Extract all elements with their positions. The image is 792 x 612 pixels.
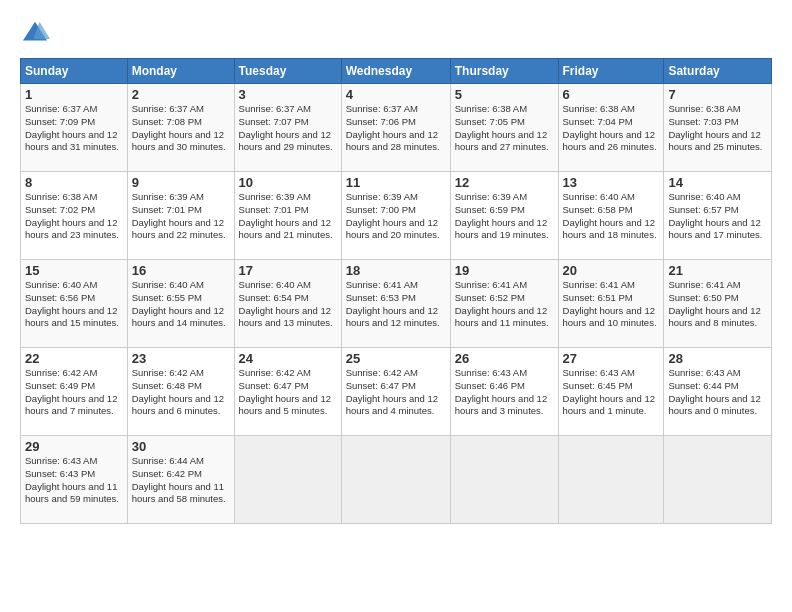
calendar-cell: 11Sunrise: 6:39 AMSunset: 7:00 PMDayligh…	[341, 172, 450, 260]
day-number: 16	[132, 263, 230, 278]
calendar-cell: 5Sunrise: 6:38 AMSunset: 7:05 PMDaylight…	[450, 84, 558, 172]
calendar-cell: 13Sunrise: 6:40 AMSunset: 6:58 PMDayligh…	[558, 172, 664, 260]
weekday-header: Tuesday	[234, 59, 341, 84]
calendar-cell	[664, 436, 772, 524]
weekday-header: Saturday	[664, 59, 772, 84]
day-number: 5	[455, 87, 554, 102]
day-info: Sunrise: 6:40 AMSunset: 6:54 PMDaylight …	[239, 279, 337, 330]
day-number: 10	[239, 175, 337, 190]
day-info: Sunrise: 6:39 AMSunset: 6:59 PMDaylight …	[455, 191, 554, 242]
calendar-cell: 7Sunrise: 6:38 AMSunset: 7:03 PMDaylight…	[664, 84, 772, 172]
calendar-cell	[234, 436, 341, 524]
weekday-header: Sunday	[21, 59, 128, 84]
day-info: Sunrise: 6:43 AMSunset: 6:46 PMDaylight …	[455, 367, 554, 418]
day-info: Sunrise: 6:37 AMSunset: 7:07 PMDaylight …	[239, 103, 337, 154]
weekday-header: Thursday	[450, 59, 558, 84]
day-info: Sunrise: 6:41 AMSunset: 6:50 PMDaylight …	[668, 279, 767, 330]
calendar-cell: 21Sunrise: 6:41 AMSunset: 6:50 PMDayligh…	[664, 260, 772, 348]
day-info: Sunrise: 6:38 AMSunset: 7:05 PMDaylight …	[455, 103, 554, 154]
weekday-header: Friday	[558, 59, 664, 84]
calendar-cell	[558, 436, 664, 524]
calendar-cell: 2Sunrise: 6:37 AMSunset: 7:08 PMDaylight…	[127, 84, 234, 172]
day-info: Sunrise: 6:40 AMSunset: 6:58 PMDaylight …	[563, 191, 660, 242]
day-number: 13	[563, 175, 660, 190]
calendar-cell: 19Sunrise: 6:41 AMSunset: 6:52 PMDayligh…	[450, 260, 558, 348]
calendar-week-row: 8Sunrise: 6:38 AMSunset: 7:02 PMDaylight…	[21, 172, 772, 260]
day-number: 29	[25, 439, 123, 454]
calendar-cell: 22Sunrise: 6:42 AMSunset: 6:49 PMDayligh…	[21, 348, 128, 436]
calendar-cell: 17Sunrise: 6:40 AMSunset: 6:54 PMDayligh…	[234, 260, 341, 348]
day-number: 11	[346, 175, 446, 190]
weekday-header: Wednesday	[341, 59, 450, 84]
day-info: Sunrise: 6:41 AMSunset: 6:52 PMDaylight …	[455, 279, 554, 330]
day-number: 9	[132, 175, 230, 190]
calendar-cell	[341, 436, 450, 524]
day-number: 2	[132, 87, 230, 102]
calendar-table: SundayMondayTuesdayWednesdayThursdayFrid…	[20, 58, 772, 524]
day-number: 22	[25, 351, 123, 366]
weekday-header: Monday	[127, 59, 234, 84]
day-info: Sunrise: 6:42 AMSunset: 6:49 PMDaylight …	[25, 367, 123, 418]
day-info: Sunrise: 6:39 AMSunset: 7:01 PMDaylight …	[239, 191, 337, 242]
day-info: Sunrise: 6:37 AMSunset: 7:08 PMDaylight …	[132, 103, 230, 154]
day-info: Sunrise: 6:40 AMSunset: 6:57 PMDaylight …	[668, 191, 767, 242]
day-number: 30	[132, 439, 230, 454]
calendar-cell: 10Sunrise: 6:39 AMSunset: 7:01 PMDayligh…	[234, 172, 341, 260]
day-number: 27	[563, 351, 660, 366]
day-info: Sunrise: 6:42 AMSunset: 6:47 PMDaylight …	[239, 367, 337, 418]
calendar-cell: 15Sunrise: 6:40 AMSunset: 6:56 PMDayligh…	[21, 260, 128, 348]
calendar-week-row: 15Sunrise: 6:40 AMSunset: 6:56 PMDayligh…	[21, 260, 772, 348]
day-number: 19	[455, 263, 554, 278]
day-number: 12	[455, 175, 554, 190]
day-number: 28	[668, 351, 767, 366]
day-info: Sunrise: 6:41 AMSunset: 6:51 PMDaylight …	[563, 279, 660, 330]
day-info: Sunrise: 6:38 AMSunset: 7:04 PMDaylight …	[563, 103, 660, 154]
calendar-cell: 1Sunrise: 6:37 AMSunset: 7:09 PMDaylight…	[21, 84, 128, 172]
calendar-cell: 26Sunrise: 6:43 AMSunset: 6:46 PMDayligh…	[450, 348, 558, 436]
day-info: Sunrise: 6:40 AMSunset: 6:55 PMDaylight …	[132, 279, 230, 330]
calendar-cell: 28Sunrise: 6:43 AMSunset: 6:44 PMDayligh…	[664, 348, 772, 436]
calendar-cell: 23Sunrise: 6:42 AMSunset: 6:48 PMDayligh…	[127, 348, 234, 436]
day-number: 1	[25, 87, 123, 102]
day-info: Sunrise: 6:37 AMSunset: 7:09 PMDaylight …	[25, 103, 123, 154]
day-number: 3	[239, 87, 337, 102]
day-number: 25	[346, 351, 446, 366]
calendar-cell: 20Sunrise: 6:41 AMSunset: 6:51 PMDayligh…	[558, 260, 664, 348]
calendar-cell: 24Sunrise: 6:42 AMSunset: 6:47 PMDayligh…	[234, 348, 341, 436]
day-number: 15	[25, 263, 123, 278]
logo-icon	[20, 18, 50, 48]
page-header	[20, 18, 772, 48]
day-info: Sunrise: 6:43 AMSunset: 6:43 PMDaylight …	[25, 455, 123, 506]
day-info: Sunrise: 6:41 AMSunset: 6:53 PMDaylight …	[346, 279, 446, 330]
logo	[20, 18, 54, 48]
day-number: 17	[239, 263, 337, 278]
day-info: Sunrise: 6:43 AMSunset: 6:44 PMDaylight …	[668, 367, 767, 418]
day-number: 6	[563, 87, 660, 102]
calendar-week-row: 29Sunrise: 6:43 AMSunset: 6:43 PMDayligh…	[21, 436, 772, 524]
day-info: Sunrise: 6:38 AMSunset: 7:02 PMDaylight …	[25, 191, 123, 242]
calendar-cell: 27Sunrise: 6:43 AMSunset: 6:45 PMDayligh…	[558, 348, 664, 436]
calendar-cell: 3Sunrise: 6:37 AMSunset: 7:07 PMDaylight…	[234, 84, 341, 172]
calendar-cell: 9Sunrise: 6:39 AMSunset: 7:01 PMDaylight…	[127, 172, 234, 260]
page-container: SundayMondayTuesdayWednesdayThursdayFrid…	[0, 0, 792, 534]
day-info: Sunrise: 6:42 AMSunset: 6:48 PMDaylight …	[132, 367, 230, 418]
calendar-cell: 30Sunrise: 6:44 AMSunset: 6:42 PMDayligh…	[127, 436, 234, 524]
day-number: 8	[25, 175, 123, 190]
day-number: 21	[668, 263, 767, 278]
calendar-week-row: 22Sunrise: 6:42 AMSunset: 6:49 PMDayligh…	[21, 348, 772, 436]
day-info: Sunrise: 6:38 AMSunset: 7:03 PMDaylight …	[668, 103, 767, 154]
day-info: Sunrise: 6:44 AMSunset: 6:42 PMDaylight …	[132, 455, 230, 506]
day-number: 20	[563, 263, 660, 278]
day-number: 4	[346, 87, 446, 102]
calendar-cell: 14Sunrise: 6:40 AMSunset: 6:57 PMDayligh…	[664, 172, 772, 260]
day-info: Sunrise: 6:39 AMSunset: 7:00 PMDaylight …	[346, 191, 446, 242]
day-info: Sunrise: 6:37 AMSunset: 7:06 PMDaylight …	[346, 103, 446, 154]
day-info: Sunrise: 6:39 AMSunset: 7:01 PMDaylight …	[132, 191, 230, 242]
calendar-cell: 29Sunrise: 6:43 AMSunset: 6:43 PMDayligh…	[21, 436, 128, 524]
calendar-cell	[450, 436, 558, 524]
calendar-cell: 4Sunrise: 6:37 AMSunset: 7:06 PMDaylight…	[341, 84, 450, 172]
day-number: 26	[455, 351, 554, 366]
calendar-cell: 8Sunrise: 6:38 AMSunset: 7:02 PMDaylight…	[21, 172, 128, 260]
calendar-cell: 16Sunrise: 6:40 AMSunset: 6:55 PMDayligh…	[127, 260, 234, 348]
day-info: Sunrise: 6:42 AMSunset: 6:47 PMDaylight …	[346, 367, 446, 418]
